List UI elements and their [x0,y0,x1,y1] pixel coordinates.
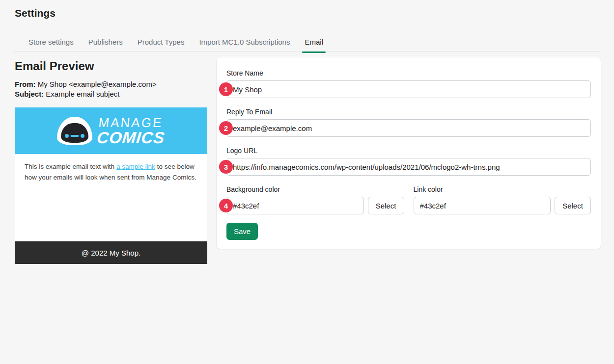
tab-product-types[interactable]: Product Types [130,33,192,52]
store-name-input[interactable] [226,80,591,98]
settings-tabs: Store settings Publishers Product Types … [21,33,331,52]
save-button[interactable]: Save [226,223,258,240]
subject-value: Example email subject [46,90,119,98]
email-preview-title: Email Preview [15,59,207,73]
email-body-text-before: This is example email text with [25,163,114,170]
email-preview-frame: MANAGE COMICS This is example email text… [15,107,207,264]
email-footer-text: @ 2022 My Shop. [82,249,140,257]
sample-link[interactable]: a sample link [116,163,155,170]
step-badge-4: 4 [219,199,233,212]
email-footer: @ 2022 My Shop. [15,241,207,264]
email-subject-line: Subject: Example email subject [15,89,207,99]
tabs-divider [14,51,600,52]
robot-eye-right [81,134,84,138]
from-label: From: [15,80,36,88]
email-meta: From: My Shop <example@example.com> Subj… [15,79,207,99]
reply-to-email-label: Reply To Email [226,108,591,116]
email-settings-card: Store Name 1 Reply To Email 2 Logo URL 3… [217,57,601,249]
robot-face-icon [57,117,92,145]
robot-eye-left [65,134,69,138]
link-color-label: Link color [414,185,591,193]
background-color-select-button[interactable]: Select [368,197,404,214]
robot-mouth [70,135,79,137]
step-badge-1: 1 [219,82,233,96]
step-badge-3: 3 [219,160,233,174]
reply-to-email-input[interactable] [226,119,591,137]
background-color-input[interactable] [226,197,364,214]
background-color-field-group: Background color 4 Select [226,185,404,214]
email-preview-panel: Email Preview From: My Shop <example@exa… [15,59,207,264]
logo-url-field-group: Logo URL 3 [226,147,591,176]
step-badge-2: 2 [219,121,233,135]
logo-url-input[interactable] [226,158,591,176]
color-settings-row: Background color 4 Select Link color Sel… [226,185,591,214]
tab-import-mc1-subscriptions[interactable]: Import MC1.0 Subscriptions [192,33,297,52]
email-from-line: From: My Shop <example@example.com> [15,79,207,89]
logo-url-label: Logo URL [226,147,591,155]
tab-email[interactable]: Email [297,33,331,52]
manage-comics-logo: MANAGE COMICS [96,116,167,146]
logo-word-comics: COMICS [96,130,165,146]
page-title: Settings [15,7,56,19]
link-color-input[interactable] [414,197,551,214]
from-value: My Shop <example@example.com> [38,80,157,88]
email-body: This is example email text witha sample … [15,154,207,241]
subject-label: Subject: [15,90,44,98]
tab-publishers[interactable]: Publishers [81,33,130,52]
reply-to-email-field-group: Reply To Email 2 [226,108,591,137]
tab-store-settings[interactable]: Store settings [21,33,81,52]
store-name-field-group: Store Name 1 [226,69,591,98]
email-header-banner: MANAGE COMICS [15,107,207,154]
link-color-field-group: Link color Select [414,185,591,214]
background-color-label: Background color [226,185,404,193]
store-name-label: Store Name [226,69,591,77]
link-color-select-button[interactable]: Select [555,197,591,214]
logo-word-manage: MANAGE [98,116,167,129]
